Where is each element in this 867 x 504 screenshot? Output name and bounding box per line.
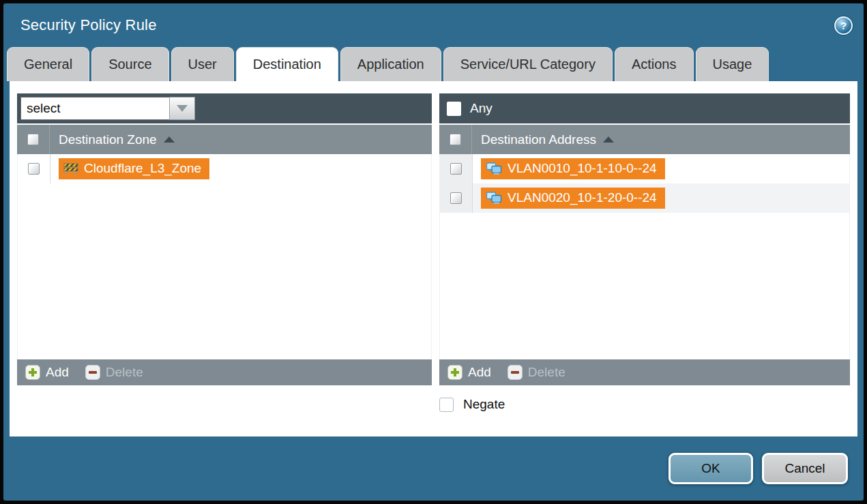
network-icon — [486, 192, 502, 205]
destination-zone-panel: Destination Zone — [17, 93, 432, 385]
sort-ascending-icon — [164, 136, 175, 143]
zone-panel-header — [17, 93, 432, 123]
zone-row[interactable]: Cloudflare_L3_Zone — [18, 154, 431, 183]
add-icon — [447, 365, 462, 380]
select-all-addresses-checkbox[interactable] — [450, 134, 461, 145]
negate-row: Negate — [439, 397, 850, 412]
zone-column-header[interactable]: Destination Zone — [59, 132, 175, 147]
cancel-button[interactable]: Cancel — [762, 453, 848, 484]
any-label: Any — [470, 101, 493, 116]
destination-address-panel: Any Destination Address — [439, 93, 850, 385]
delete-label: Delete — [106, 365, 143, 380]
zone-filter-combobox — [20, 97, 195, 120]
zone-tag[interactable]: Cloudflare_L3_Zone — [59, 158, 209, 179]
address-row-checkbox[interactable] — [450, 192, 462, 204]
tab-label: Usage — [713, 57, 752, 72]
address-tag[interactable]: VLAN0020_10-1-20-0--24 — [481, 188, 665, 209]
add-label: Add — [468, 365, 491, 380]
tab-label: Destination — [253, 57, 321, 72]
zone-icon — [63, 163, 78, 175]
zones-delete-button[interactable]: Delete — [85, 365, 143, 380]
tab-general[interactable]: General — [7, 47, 89, 81]
destination-tab-content: Destination Zone — [10, 81, 857, 436]
any-checkbox[interactable] — [447, 102, 461, 116]
tab-label: General — [24, 57, 72, 72]
tab-label: Application — [357, 57, 424, 72]
tab-label: Source — [108, 57, 151, 72]
delete-icon — [508, 365, 523, 380]
zone-filter-dropdown-button[interactable] — [169, 97, 195, 120]
address-name: VLAN0010_10-1-10-0--24 — [508, 161, 657, 176]
zone-select-all-cell — [17, 125, 50, 154]
zone-filter-input[interactable] — [20, 97, 169, 120]
tab-label: Service/URL Category — [460, 57, 596, 72]
negate-label: Negate — [463, 397, 505, 412]
zone-row-checkbox[interactable] — [28, 163, 40, 175]
zone-panel-footer: Add Delete — [17, 359, 432, 385]
tab-label: User — [188, 57, 217, 72]
zone-name: Cloudflare_L3_Zone — [84, 161, 201, 176]
tab-destination[interactable]: Destination — [236, 47, 338, 81]
help-icon[interactable]: ? — [834, 16, 853, 35]
dialog-footer: OK Cancel — [3, 436, 864, 501]
add-label: Add — [46, 365, 69, 380]
address-tag[interactable]: VLAN0010_10-1-10-0--24 — [481, 158, 665, 179]
security-policy-rule-dialog: Security Policy Rule ? General Source Us… — [3, 3, 864, 501]
address-column-header[interactable]: Destination Address — [481, 132, 614, 147]
address-name: VLAN0020_10-1-20-0--24 — [508, 190, 657, 205]
tab-bar: General Source User Destination Applicat… — [3, 47, 864, 81]
add-icon — [25, 365, 40, 380]
zone-row-checkbox-cell — [18, 154, 50, 183]
zone-column-header-row: Destination Zone — [17, 123, 432, 154]
address-column-header-row: Destination Address — [439, 123, 850, 154]
address-row-checkbox-cell — [440, 154, 473, 183]
address-row[interactable]: VLAN0010_10-1-10-0--24 — [440, 154, 849, 183]
address-row[interactable]: VLAN0020_10-1-20-0--24 — [440, 183, 849, 213]
addresses-delete-button[interactable]: Delete — [508, 365, 565, 380]
tab-service-url-category[interactable]: Service/URL Category — [443, 47, 613, 81]
address-row-checkbox-cell — [440, 183, 473, 213]
dialog-title: Security Policy Rule — [20, 16, 157, 34]
address-list: VLAN0010_10-1-10-0--24 — [439, 154, 850, 359]
sort-ascending-icon — [603, 136, 614, 143]
zone-column-header-label: Destination Zone — [59, 132, 157, 147]
delete-label: Delete — [528, 365, 565, 380]
tab-usage[interactable]: Usage — [696, 47, 769, 81]
tab-label: Actions — [632, 57, 677, 72]
addresses-add-button[interactable]: Add — [447, 365, 491, 380]
tab-source[interactable]: Source — [91, 47, 168, 81]
title-bar: Security Policy Rule ? — [3, 3, 864, 47]
address-select-all-cell — [439, 125, 472, 154]
network-icon — [486, 162, 502, 175]
chevron-down-icon — [177, 105, 188, 112]
negate-checkbox[interactable] — [439, 398, 454, 412]
address-panel-header: Any — [439, 93, 850, 123]
ok-button[interactable]: OK — [668, 453, 753, 484]
select-all-zones-checkbox[interactable] — [27, 134, 39, 145]
address-row-checkbox[interactable] — [450, 163, 462, 175]
tab-actions[interactable]: Actions — [615, 47, 694, 81]
address-panel-footer: Add Delete — [439, 359, 850, 385]
address-column-header-label: Destination Address — [481, 132, 596, 147]
delete-icon — [85, 365, 100, 380]
zone-list: Cloudflare_L3_Zone — [17, 154, 432, 359]
tab-application[interactable]: Application — [340, 47, 441, 81]
tab-user[interactable]: User — [171, 47, 234, 81]
zones-add-button[interactable]: Add — [25, 365, 69, 380]
